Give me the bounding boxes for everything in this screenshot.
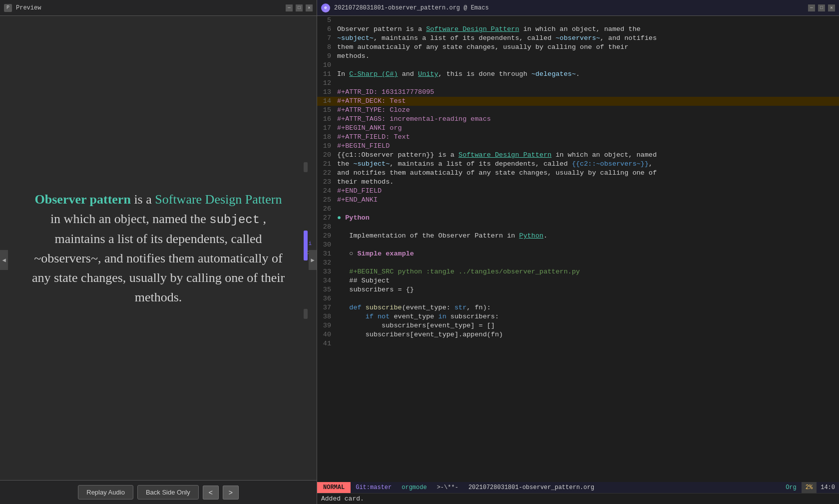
emacs-icon: e <box>321 3 330 12</box>
code-line-23: 23their methods. <box>317 178 839 187</box>
line-number: 23 <box>319 178 337 187</box>
next-card-button[interactable]: > <box>223 486 239 500</box>
code-line-18: 18#+ATTR_FIELD: Text <box>317 133 839 142</box>
line-number: 9 <box>319 52 337 61</box>
preview-text: Observer pattern is a Software Design Pa… <box>30 190 287 307</box>
prev-card-button[interactable]: < <box>203 486 219 500</box>
side-label-i: i <box>308 241 312 247</box>
emacs-window-buttons: ─ □ ✕ <box>808 4 835 11</box>
code-area[interactable]: 56Observer pattern is a Software Design … <box>317 16 839 482</box>
status-org-mode-right: Org <box>781 482 802 493</box>
scroll-left-arrow[interactable]: ◀ <box>0 250 8 270</box>
code-line-36: 36 <box>317 294 839 303</box>
line-number: 17 <box>319 124 337 133</box>
line-content: #+ATTR_DECK: Test <box>337 97 837 106</box>
line-number: 14 <box>319 97 337 106</box>
line-content: #+ATTR_FIELD: Text <box>337 133 837 142</box>
code-line-40: 40 subscribers[event_type].append(fn) <box>317 330 839 339</box>
line-number: 8 <box>319 43 337 52</box>
line-content: and notifies them automatically of any s… <box>337 169 837 178</box>
main-content: ◀ Observer pattern is a Software Design … <box>0 16 839 504</box>
preview-pane: ◀ Observer pattern is a Software Design … <box>0 16 317 504</box>
emacs-maximize-btn[interactable]: □ <box>818 4 825 11</box>
code-line-37: 37 def subscribe(event_type: str, fn): <box>317 303 839 312</box>
code-line-15: 15#+ATTR_TYPE: Cloze <box>317 106 839 115</box>
line-content: #+ATTR_TAGS: incremental-reading emacs <box>337 115 837 124</box>
side-indicator-bottom <box>304 309 308 319</box>
code-line-13: 13#+ATTR_ID: 1631317778095 <box>317 88 839 97</box>
text-in-which: in which an object, named the <box>50 212 209 226</box>
code-line-25: 25#+END_ANKI <box>317 196 839 205</box>
back-side-only-button[interactable]: Back Side Only <box>137 485 199 500</box>
code-line-9: 9methods. <box>317 52 839 61</box>
scroll-right-arrow[interactable]: ▶ <box>309 250 317 270</box>
line-number: 24 <box>319 187 337 196</box>
line-content: ~subject~, maintains a list of its depen… <box>337 34 837 43</box>
line-content: subscribers[event_type] = [] <box>337 321 837 330</box>
code-line-5: 5 <box>317 16 839 25</box>
code-line-10: 10 <box>317 61 839 70</box>
preview-close-btn[interactable]: ✕ <box>306 4 313 11</box>
line-content: #+ATTR_ID: 1631317778095 <box>337 88 837 97</box>
top-bar: P Preview ─ □ ✕ e 20210728031801-observe… <box>0 0 839 16</box>
line-number: 10 <box>319 61 337 70</box>
line-content: ● Python <box>337 214 837 223</box>
status-bar: NORMAL Git:master orgmode >-\**- 2021072… <box>317 482 839 493</box>
line-content: methods. <box>337 52 837 61</box>
message-bar: Added card. <box>317 493 839 504</box>
line-number: 34 <box>319 276 337 285</box>
line-content: their methods. <box>337 178 837 187</box>
line-number: 15 <box>319 106 337 115</box>
status-orgmode: orgmode <box>397 482 431 493</box>
line-number: 35 <box>319 285 337 294</box>
line-number: 19 <box>319 142 337 151</box>
line-number: 7 <box>319 34 337 43</box>
code-line-38: 38 if not event_type in subscribers: <box>317 312 839 321</box>
line-number: 37 <box>319 303 337 312</box>
line-number: 26 <box>319 205 337 214</box>
preview-title: Preview <box>16 4 282 11</box>
line-number: 41 <box>319 339 337 348</box>
code-line-24: 24#+END_FIELD <box>317 187 839 196</box>
line-number: 6 <box>319 25 337 34</box>
line-number: 12 <box>319 79 337 88</box>
subject-code: subject <box>209 213 260 227</box>
emacs-close-btn[interactable]: ✕ <box>828 4 835 11</box>
preview-body: Observer pattern is a Software Design Pa… <box>0 16 317 480</box>
text-is-a: is a <box>134 192 155 207</box>
code-line-11: 11In C-Sharp (C#) and Unity, this is don… <box>317 70 839 79</box>
emacs-minimize-btn[interactable]: ─ <box>808 4 815 11</box>
replay-audio-button[interactable]: Replay Audio <box>78 485 133 500</box>
line-number: 32 <box>319 258 337 267</box>
line-content: {{c1::Observer pattern}} is a Software D… <box>337 151 837 160</box>
line-content: In C-Sharp (C#) and Unity, this is done … <box>337 70 837 79</box>
preview-minimize-btn[interactable]: ─ <box>286 4 293 11</box>
line-content: ○ Simple example <box>337 250 837 258</box>
line-number: 38 <box>319 312 337 321</box>
code-line-14: 14#+ATTR_DECK: Test <box>317 97 839 106</box>
preview-maximize-btn[interactable]: □ <box>296 4 303 11</box>
code-line-26: 26 <box>317 205 839 214</box>
line-content: def subscribe(event_type: str, fn): <box>337 303 837 312</box>
observer-pattern-link[interactable]: Observer pattern <box>35 192 131 207</box>
line-content: if not event_type in subscribers: <box>337 312 837 321</box>
emacs-title-bar: e 20210728031801-observer_pattern.org @ … <box>317 0 839 15</box>
code-line-16: 16#+ATTR_TAGS: incremental-reading emacs <box>317 115 839 124</box>
line-number: 36 <box>319 294 337 303</box>
line-number: 21 <box>319 160 337 169</box>
preview-icon: P <box>4 4 12 12</box>
status-arrows: >-\**- <box>432 482 463 493</box>
line-number: 22 <box>319 169 337 178</box>
code-line-30: 30 <box>317 241 839 250</box>
line-number: 27 <box>319 214 337 223</box>
line-number: 16 <box>319 115 337 124</box>
line-number: 18 <box>319 133 337 142</box>
software-design-pattern-link[interactable]: Software Design Pattern <box>155 192 282 207</box>
code-line-27: 27● Python <box>317 214 839 223</box>
code-line-32: 32 <box>317 258 839 267</box>
line-content: subscribers[event_type].append(fn) <box>337 330 837 339</box>
status-linenum: 14:0 <box>817 482 839 493</box>
code-line-35: 35 subscribers = {} <box>317 285 839 294</box>
status-filename: 20210728031801-observer_pattern.org <box>463 482 599 493</box>
code-line-29: 29 Implementation of the Observer Patter… <box>317 232 839 241</box>
